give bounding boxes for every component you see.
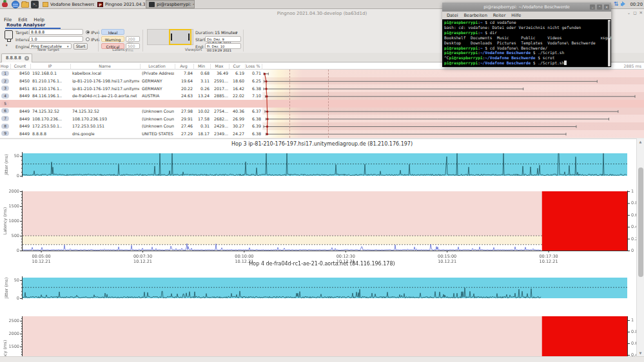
maximize-icon[interactable]: ◻ [633,10,636,15]
column-header-name[interactable]: Name [71,64,141,70]
menu-item-file[interactable]: File [4,17,12,23]
tab-route-analyser[interactable]: Route Analyser [6,23,45,28]
cell-min: 0.68 [195,71,210,75]
cell-location: GERMANY [142,86,174,91]
cell-name: 74.125.32.52 [72,109,139,113]
table-row[interactable]: 4844984.116.196.1..de-fra04d-rc1-ae-21-0… [0,92,262,100]
terminal-close-icon[interactable]: ✕ [604,5,609,10]
terminal-menu-item-hilfe[interactable]: Hilfe [511,13,521,18]
hop3-chart-title: Hop 3 ip-81-210-176-197.hsi17.unitymedia… [0,141,644,147]
route-table: HopCountIPNameLocationAvgMinMaxCurLoss %… [0,62,644,138]
ipv4-radio[interactable] [86,30,90,34]
viewport-start-input[interactable]: Do. Dez. 9 21:59:35 2021 [205,36,241,42]
cell-loss: 6.25 [247,79,261,83]
scroll-down-icon[interactable]: ▼ [637,351,644,355]
network-activity-icon[interactable]: ⇅ [614,0,619,8]
hop4-latency-chart [0,314,644,356]
tab-close-icon[interactable]: ✕ [24,56,29,61]
table-row[interactable]: 2845081.210.176.1..ip-81-210-176-198.hsi… [0,77,262,85]
cell-name: ip-81-210-176-198.hsi17.unitymediagroup.… [72,79,139,83]
cell-min: 10.02 [195,109,210,113]
table-row[interactable]: 5 [0,100,262,108]
hop-number-badge: 3 [1,86,9,91]
terminal-titlebar[interactable]: pi@raspberrypi: ~/Vodafone Beschwerde [442,3,611,12]
table-row[interactable]: 6844974.125.32.5274.125.32.52(Unknown Co… [0,108,262,115]
scrollbar-thumb[interactable] [638,167,643,277]
column-header-min[interactable]: Min [194,64,211,70]
column-header-hop[interactable]: Hop [0,64,11,70]
cell-max: 2349... [212,131,228,136]
menu-item-help[interactable]: Help [34,17,44,23]
column-header-location[interactable]: Location [141,64,175,70]
terminal-menu-item-reiter[interactable]: Reiter [493,13,506,18]
terminal-menu-item-datei[interactable]: Datei [447,13,458,18]
terminal-cursor [564,61,567,65]
duration-label: Duration: [195,30,214,35]
column-header-ip[interactable]: IP [31,64,71,70]
table-row[interactable]: 78449108.170.236...108.170.236.193(Unkno… [0,115,262,123]
cell-name: ip-81-210-176-197.hsi17.unitymediagroup.… [72,86,139,91]
raspberry-menu-icon[interactable] [2,2,8,7]
terminal-minimize-icon[interactable]: ⌄ [590,5,595,10]
scroll-up-icon[interactable]: ▲ [637,140,644,144]
folder-icon [43,2,48,7]
table-row[interactable]: 88449172.253.50.1..172.253.50.151(Unknow… [0,122,262,130]
cell-loss: 6.38 [247,131,261,136]
hop-number-badge: 9 [1,131,9,136]
warning-value-input[interactable]: 200 ms [126,36,140,42]
table-row[interactable]: 3845181.210.176.1..ip-81-210-176-197.hsi… [0,85,262,93]
target-tab-8888[interactable]: 8.8.8.8 ✕ [1,53,32,62]
viewport-frame[interactable] [169,29,191,45]
terminal-window: pi@raspberrypi: ~/Vodafone Beschwerde ⌄ … [442,3,611,67]
column-header-max[interactable]: Max [211,64,229,70]
cell-cur: 18.60 [231,79,244,83]
charts-panel: Hop 3 ip-81-210-176-197.hsi17.unitymedia… [0,138,644,356]
table-row[interactable]: 18450192.168.0.1kabelbox.local(Private A… [0,70,262,77]
column-header-loss[interactable]: Loss % [246,64,262,70]
minimize-icon[interactable]: ⌄ [627,10,630,15]
start-button[interactable]: Start [73,43,88,50]
close-icon[interactable]: ✕ [639,10,643,15]
cell-min: 0.26 [195,86,210,91]
browser-icon[interactable] [12,1,19,8]
taskbar-task-pi-raspberrypi-vo[interactable]: pi@raspberrypi: ~/Vo... [146,0,195,8]
terminal-maximize-icon[interactable]: ⌃ [597,5,602,10]
target-input[interactable]: 8.8.8.8 [29,29,83,35]
terminal-window-controls: ⌄ ⌃ ✕ [590,5,609,10]
cell-cur: 6.19 [231,71,244,75]
cell-location: (Private Address) [142,71,174,75]
terminal-launcher-icon[interactable]: >_ [31,1,39,8]
column-header-count[interactable]: Count [11,64,31,70]
clock: 00:20 [630,2,643,7]
column-header-avg[interactable]: Avg [175,64,194,70]
ipv6-radio[interactable] [86,37,90,41]
terminal-output[interactable]: pi@raspberrypi:~ $ cd vodafonebash: cd: … [442,19,611,67]
window-controls: ⌄ ◻ ✕ [627,10,643,15]
target-type-dropdown-icon[interactable]: ▾ [6,43,8,47]
viewport-minimap[interactable] [147,29,193,45]
hop-number-badge: 7 [1,116,9,121]
cell-min: 13.24 [195,93,210,98]
interval-input[interactable]: 1.0 [29,36,83,42]
table-row[interactable]: 984498.8.8.8dns.googleUNITED STATES27.29… [0,130,262,138]
cell-cur: 24.27 [231,131,244,136]
taskbar-task-pingnoo-2021-04-30[interactable]: PPingnoo 2021.04.30-... [95,0,145,8]
terminal-menu-item-bearbeiten[interactable]: Bearbeiten [464,13,487,18]
cell-count: 8449 [12,124,30,128]
duration-select[interactable]: 15 Minutes [215,30,237,35]
cell-name: 172.253.50.151 [72,124,139,128]
viewport-handle-left[interactable] [171,33,172,41]
terminal-scrollbar[interactable] [608,20,610,66]
volume-icon[interactable] [621,1,627,7]
taskbar-task-vodafone-beschwerd[interactable]: Vodafone Beschwerd... [40,0,94,8]
viewport-handle-right[interactable] [188,33,190,41]
charts-scrollbar[interactable]: ▲ ▼ [636,138,644,356]
menu-item-edit[interactable]: Edit [18,17,27,23]
hop-number-badge: 6 [1,108,9,113]
column-header-cur[interactable]: Cur [229,64,246,70]
file-manager-icon[interactable] [21,2,29,8]
cell-min: 17.58 [195,117,210,121]
cell-avg: 24.63 [177,93,193,98]
cell-avg: 27.46 [177,124,193,128]
terminal-menu-bar: DateiBearbeitenReiterHilfe [442,12,611,19]
